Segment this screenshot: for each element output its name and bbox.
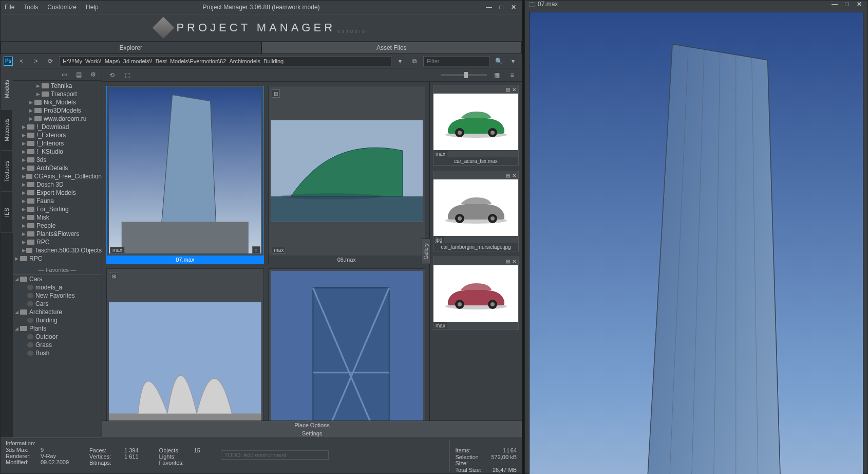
ext-badge: jpg (433, 236, 444, 243)
tree-item[interactable]: ▶Dosch 3D (13, 180, 102, 189)
tree-item[interactable]: ▶CGAxis_Free_Collection (13, 172, 102, 180)
nav-back-button[interactable]: < (16, 56, 27, 66)
thumbnail-card[interactable]: ⊞ max 08.max (268, 86, 426, 264)
favorite-item[interactable]: ◢Plants (13, 324, 102, 333)
tree-item[interactable]: ▶ArchDetails (13, 164, 102, 172)
favorite-item[interactable]: Bush (13, 349, 102, 357)
svg-point-5 (280, 193, 382, 199)
preview-window: ⬚ 07.max — □ ✕ (524, 0, 868, 474)
menu-customize[interactable]: Customize (47, 4, 77, 11)
tree-item[interactable]: ▶Plants&Flowers (13, 230, 102, 238)
tree-item[interactable]: ▶Transport (13, 90, 102, 98)
path-input[interactable] (59, 56, 391, 66)
logo-icon (153, 17, 174, 39)
search-dropdown-button[interactable]: ▾ (507, 56, 519, 66)
grid-icon[interactable]: ⊞ (506, 259, 510, 264)
favorite-item[interactable]: ◢Cars (13, 275, 102, 283)
settings-bar[interactable]: Settings (102, 429, 522, 437)
preview-cube-icon: ⬚ (529, 1, 535, 8)
thumbnail-card[interactable]: ⊞ (268, 268, 426, 421)
logo-text: PROJECT MANAGER (176, 21, 335, 34)
side-tab-models[interactable]: Models (1, 68, 13, 110)
tree-item[interactable]: ▶For_Sorting (13, 205, 102, 213)
tree-item[interactable]: ▶www.doroom.ru (13, 115, 102, 123)
preview-minimize-button[interactable]: — (831, 1, 839, 8)
thumbnail-card[interactable]: ⊞ max ≡ 07.max (106, 86, 264, 264)
svg-rect-9 (313, 288, 389, 421)
tree-item[interactable]: ▶RPC (13, 254, 102, 263)
thumb-size-slider[interactable] (441, 74, 487, 76)
tree-item[interactable]: ▶Taschen.500.3D.Objects (13, 246, 102, 254)
tree-item[interactable]: ▶!_KStudio (13, 148, 102, 156)
tree-item[interactable]: ▶!_Exteriors (13, 131, 102, 139)
reload-thumbs-button[interactable]: ⟲ (106, 70, 118, 80)
side-tab-textures[interactable]: Textures (1, 151, 13, 192)
menu-icon[interactable]: ≡ (252, 246, 260, 253)
thumbnail-card[interactable]: ⊞ (106, 268, 264, 421)
path-dropdown-button[interactable]: ▾ (394, 56, 406, 66)
tree-item[interactable]: ▶3ds (13, 156, 102, 164)
favorite-item[interactable]: Cars (13, 300, 102, 308)
todo-box[interactable]: TODO: Add environment (221, 450, 329, 460)
info-row: Lights: (159, 453, 200, 460)
minimize-button[interactable]: — (485, 4, 493, 11)
filter-input[interactable] (423, 56, 490, 66)
tree-item[interactable]: ▶People (13, 222, 102, 230)
tree-item[interactable]: ▶!_Interiors (13, 139, 102, 148)
thumb-label: 08.max (269, 256, 425, 264)
tab-asset-files[interactable]: Asset Files (261, 42, 522, 54)
tree-view-btn2[interactable]: ▤ (73, 69, 84, 80)
preview-maximize-button[interactable]: □ (843, 1, 851, 8)
tree-item[interactable]: ▶Export Models (13, 189, 102, 197)
favorite-item[interactable]: ◢Architecture (13, 308, 102, 316)
menu-tools[interactable]: Tools (24, 4, 38, 11)
logo-sub: KSTUDIO (337, 29, 367, 34)
favorite-item[interactable]: Outdoor (13, 333, 102, 341)
preview-close-button[interactable]: ✕ (855, 1, 863, 8)
search-button[interactable]: 🔍 (493, 56, 504, 66)
favorite-item[interactable]: Grass (13, 341, 102, 349)
gallery-item[interactable]: ⊞✕ max (433, 257, 519, 330)
gallery-item[interactable]: ⊞✕ max car_acura_tsx.max (433, 85, 519, 166)
tree-item[interactable]: ▶Nik_Models (13, 98, 102, 106)
favorite-item[interactable]: models_a (13, 283, 102, 291)
tree-item[interactable]: ▶Fauna (13, 197, 102, 205)
menu-help[interactable]: Help (86, 4, 99, 11)
menu-file[interactable]: File (5, 4, 14, 11)
sort-button[interactable]: ≡ (506, 70, 518, 80)
gallery-panel: Gallery ⊞✕ max car_acura_tsx.max⊞✕ jpg c… (429, 82, 522, 421)
side-tab-materials[interactable]: Materials (1, 110, 13, 151)
tree-item[interactable]: ▶Misk (13, 213, 102, 222)
tree-item[interactable]: ▶Pro3DModels (13, 106, 102, 115)
tree-view-btn1[interactable]: ▭ (59, 69, 70, 80)
gallery-item[interactable]: ⊞✕ jpg car_lamborgini_mursielago.jpg (433, 171, 519, 251)
tree-item[interactable]: ▶Tehnika (13, 82, 102, 90)
maximize-button[interactable]: □ (497, 4, 505, 11)
grid-icon[interactable]: ⊞ (506, 87, 510, 93)
favorite-item[interactable]: New Favorites (13, 291, 102, 300)
tab-explorer[interactable]: Explorer (1, 42, 261, 54)
tree-settings-button[interactable]: ⚙ (87, 69, 99, 80)
close-icon[interactable]: ✕ (512, 87, 516, 93)
place-options-bar[interactable]: Place Options (102, 421, 522, 429)
folder-tree[interactable]: ▶Tehnika▶Transport▶Nik_Models▶Pro3DModel… (13, 81, 102, 437)
grid-view-button[interactable]: ▦ (491, 70, 502, 80)
close-icon[interactable]: ✕ (512, 259, 516, 264)
favorite-item[interactable]: Building (13, 316, 102, 324)
svg-point-23 (458, 302, 462, 306)
grid-icon[interactable]: ⊞ (506, 173, 510, 178)
thumb-mode-button[interactable]: ⬚ (122, 70, 133, 80)
info-row: Bitmaps: (89, 460, 139, 466)
close-button[interactable]: ✕ (510, 4, 518, 11)
gallery-item-name: car_lamborgini_mursielago.jpg (433, 243, 518, 251)
tree-item[interactable]: ▶!_Download (13, 123, 102, 131)
nav-forward-button[interactable]: > (30, 56, 42, 66)
side-tab-ies[interactable]: IES (1, 192, 13, 233)
info-header: Information: (6, 440, 69, 446)
copy-path-button[interactable]: ⧉ (409, 56, 420, 66)
tree-item[interactable]: ▶RPC (13, 238, 102, 246)
gallery-tab[interactable]: Gallery (422, 239, 430, 264)
photoshop-icon[interactable]: Ps (4, 57, 13, 66)
refresh-button[interactable]: ⟳ (45, 56, 56, 66)
close-icon[interactable]: ✕ (512, 173, 516, 178)
